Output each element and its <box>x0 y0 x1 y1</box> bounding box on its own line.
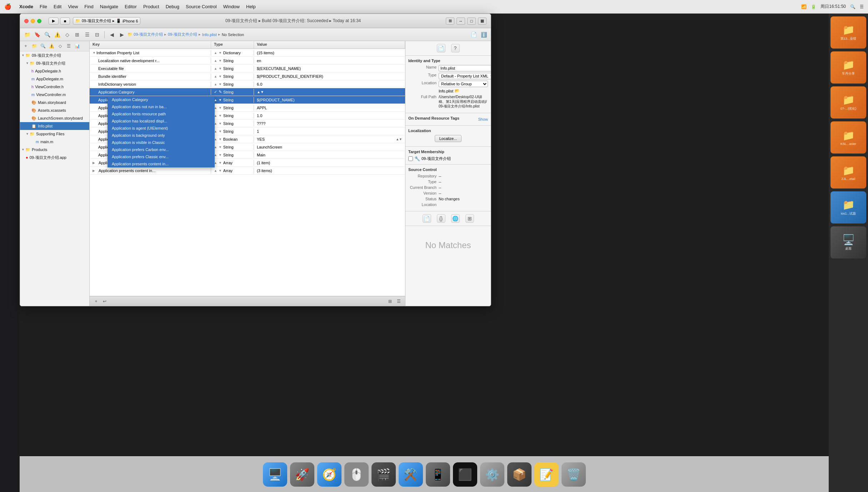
dock-quicktime[interactable]: 🎬 <box>371 462 396 487</box>
back-nav-icon[interactable]: ◀ <box>108 30 116 39</box>
dropdown-item-localized[interactable]: Application has localized displ... <box>108 117 215 125</box>
sidebar-item-subfolder[interactable]: ▼ 📁 09-项目文件介绍 <box>20 59 89 67</box>
stepper-down-bundle[interactable]: ▼ <box>219 75 222 78</box>
menu-window[interactable]: Window <box>223 4 240 9</box>
inspector-toggle[interactable]: ▦ <box>478 17 487 25</box>
stepper-down-infodic[interactable]: ▼ <box>219 82 222 86</box>
sidebar-item-main-m[interactable]: m main.m <box>20 138 89 146</box>
navigator-toggle[interactable]: ⊞ <box>446 17 454 25</box>
right-panel-folder-7[interactable]: 🖥️ 桌面 <box>830 226 866 258</box>
menu-icon[interactable]: ☰ <box>860 4 864 9</box>
dock-terminal[interactable]: ⬛ <box>453 462 477 487</box>
plist-row-appcategory-selected[interactable]: Application Category ✓ ✎ String ▲▼ Appli… <box>90 88 405 96</box>
sidebar-item-assets[interactable]: 🎨 Assets.xcassets <box>20 106 89 114</box>
maximize-button[interactable] <box>37 19 41 23</box>
boolean-stepper[interactable]: ▲▼ <box>396 137 402 141</box>
quick-help-tab[interactable]: ? <box>451 44 460 52</box>
search-toolbar-icon[interactable]: 🔍 <box>43 30 51 39</box>
dock-finder[interactable]: 🖥️ <box>263 462 287 487</box>
right-panel-folder-5[interactable]: 📁 ZJL...etail <box>830 156 866 189</box>
dock-notes[interactable]: 📝 <box>534 462 559 487</box>
doc-icon-btn[interactable]: 📄 <box>423 214 431 223</box>
stepper-up-infodic[interactable]: ▲ <box>214 82 217 86</box>
stepper-up-presents[interactable]: ▲ <box>214 169 217 172</box>
report-sidebar-icon[interactable]: 📊 <box>74 42 81 50</box>
breadcrumb-item-2[interactable]: 09-项目文件介绍 <box>168 32 197 37</box>
doc-icon[interactable]: 📄 <box>469 30 478 39</box>
dock-safari[interactable]: 🧭 <box>317 462 341 487</box>
search-icon[interactable]: 🔍 <box>850 4 855 9</box>
minimize-button[interactable] <box>31 19 35 23</box>
dropdown-item-fonts[interactable]: Application fonts resource path <box>108 110 215 117</box>
dock-iphone[interactable]: 📱 <box>426 462 450 487</box>
shape-icon[interactable]: ◇ <box>63 30 71 39</box>
menu-product[interactable]: Product <box>143 4 159 9</box>
stepper-down-classicenv[interactable]: ▼ <box>219 161 222 165</box>
source-sidebar-icon[interactable]: ⚠️ <box>48 42 55 50</box>
plist-row-info-property-list[interactable]: ▼ Information Property List ▲ ▼ Dictiona… <box>90 49 405 57</box>
dock-mouse[interactable]: 🖱️ <box>344 462 369 487</box>
stepper-down[interactable]: ▼ <box>219 51 222 55</box>
git-sidebar-icon[interactable]: ◇ <box>56 42 64 50</box>
stepper-up-exe[interactable]: ▲ <box>214 67 217 70</box>
menu-debug[interactable]: Debug <box>166 4 179 9</box>
add-row-btn[interactable]: + <box>93 298 100 305</box>
dropdown-item-notrun[interactable]: Application does not run in ba... <box>108 103 215 110</box>
raw-btn[interactable]: ☰ <box>395 298 402 305</box>
inspector-select-location[interactable]: Relative to Group <box>439 81 488 87</box>
sidebar-item-viewcontroller-m[interactable]: m ViewController.m <box>20 91 89 99</box>
scheme-selector[interactable]: 📁 09-项目文件介绍 ▸ 📱 iPhone 6 <box>73 17 140 25</box>
right-panel-folder-1[interactable]: 📁 第13...业绩 <box>830 16 866 49</box>
stop-button[interactable]: ■ <box>60 17 70 25</box>
sidebar-item-viewcontroller-h[interactable]: h ViewController.h <box>20 83 89 91</box>
stepper-down-exe[interactable]: ▼ <box>219 67 222 70</box>
stepper-down-loc2[interactable]: ▼ <box>219 122 222 125</box>
stepper-down-vis[interactable]: ▼ <box>219 145 222 149</box>
sidebar-item-launchscreen[interactable]: 🎨 LaunchScreen.storyboard <box>20 114 89 122</box>
target-checkbox[interactable] <box>408 156 413 161</box>
plist-row-presents[interactable]: ▶ Application presents content in... ▲ ▼… <box>90 167 405 175</box>
grid-icon[interactable]: ⊞ <box>73 30 81 39</box>
dropdown-item-classicenv[interactable]: Application prefers Classic env... <box>108 153 215 160</box>
menu-help[interactable]: Help <box>246 4 256 9</box>
dock-xcode[interactable]: ⚒️ <box>399 462 423 487</box>
dock-settings[interactable]: ⚙️ <box>480 462 504 487</box>
search-sidebar-icon[interactable]: 🔍 <box>39 42 46 50</box>
reveal-in-finder-btn[interactable]: 📂 <box>455 89 460 93</box>
stepper-down-fonts[interactable]: ▼ <box>219 114 222 117</box>
info-icon[interactable]: ℹ️ <box>479 30 488 39</box>
editor-toggle[interactable]: ↔ <box>457 17 465 25</box>
dock-xcode2[interactable]: 📦 <box>507 462 532 487</box>
plist-row-infodictionary[interactable]: InfoDictionary version ▲ ▼ String 6.0 <box>90 80 405 88</box>
breadcrumb-item-3[interactable]: Info.plist <box>202 32 217 37</box>
menu-navigate[interactable]: Navigate <box>100 4 118 9</box>
check-icon[interactable]: ✓ <box>214 90 217 94</box>
plist-row-executable[interactable]: Executable file ▲ ▼ String $(EXECUTABLE_… <box>90 65 405 72</box>
menu-view[interactable]: View <box>68 4 78 9</box>
plist-row-bundle[interactable]: Bundle identifier ▲ ▼ String $(PRODUCT_B… <box>90 72 405 80</box>
warning-icon[interactable]: ⚠️ <box>53 30 61 39</box>
folder-icon[interactable]: 📁 <box>23 30 31 39</box>
menu-file[interactable]: File <box>40 4 47 9</box>
add-sidebar-btn[interactable]: + <box>22 42 29 50</box>
sidebar-item-infoplist[interactable]: 📋 Info.plist <box>20 122 89 130</box>
close-button[interactable] <box>24 19 29 23</box>
editor-options-btn[interactable]: ⊞ <box>386 298 394 305</box>
assistant-toggle[interactable]: □ <box>467 17 476 25</box>
localize-button[interactable]: Localize... <box>435 135 462 142</box>
apple-menu[interactable]: 🍎 <box>4 3 11 10</box>
list-icon[interactable]: ☰ <box>83 30 91 39</box>
menu-source-control[interactable]: Source Control <box>186 4 217 9</box>
run-button[interactable]: ▶ <box>49 17 59 25</box>
breadcrumb-item-1[interactable]: 📁 09-项目文件介绍 <box>128 32 163 37</box>
dock-trash[interactable]: 🗑️ <box>562 462 586 487</box>
code-icon-btn[interactable]: {} <box>437 214 445 223</box>
menu-editor[interactable]: Editor <box>125 4 137 9</box>
dock-launchpad[interactable]: 🚀 <box>290 462 314 487</box>
back-btn[interactable]: ↩ <box>101 298 108 305</box>
right-panel-folder-2[interactable]: 📁 车丹分享 <box>830 51 866 84</box>
right-panel-folder-3[interactable]: 📁 07-...(优化) <box>830 86 866 119</box>
stepper-down-appcat2[interactable]: ▼ <box>219 98 222 102</box>
sidebar-item-appdelegate-m[interactable]: m AppDelegate.m <box>20 75 89 83</box>
inspector-select-type[interactable]: Default - Property List XML <box>439 73 491 79</box>
